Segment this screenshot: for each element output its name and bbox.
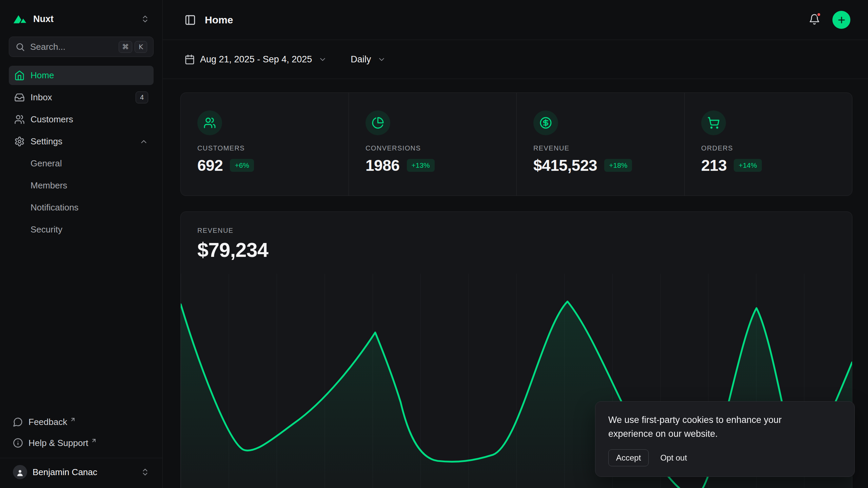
message-circle-icon bbox=[13, 417, 23, 427]
chevrons-up-down-icon bbox=[141, 468, 150, 476]
circle-dollar-icon bbox=[533, 110, 558, 135]
sidebar-item-settings[interactable]: Settings bbox=[9, 132, 154, 151]
chevron-down-icon bbox=[377, 55, 386, 64]
sidebar-item-security[interactable]: Security bbox=[9, 220, 154, 239]
stat-card-revenue[interactable]: REVENUE $415,523 +18% bbox=[516, 93, 684, 196]
stat-value: $415,523 bbox=[533, 156, 597, 175]
divider bbox=[0, 458, 162, 458]
chevron-up-icon bbox=[139, 137, 148, 146]
workspace-name: Nuxt bbox=[33, 14, 54, 24]
stat-card-conversions[interactable]: CONVERSIONS 1986 +13% bbox=[349, 93, 516, 196]
toolbar: Aug 21, 2025 - Sep 4, 2025 Daily bbox=[163, 40, 868, 79]
sidebar-item-inbox[interactable]: Inbox 4 bbox=[9, 88, 154, 107]
feedback-label: Feedback bbox=[28, 417, 67, 427]
home-icon bbox=[14, 70, 25, 81]
search-shortcut: ⌘ K bbox=[119, 41, 147, 53]
stat-delta-badge: +18% bbox=[604, 159, 632, 172]
sidebar-item-customers[interactable]: Customers bbox=[9, 110, 154, 129]
pie-chart-icon bbox=[366, 110, 390, 135]
avatar bbox=[13, 465, 27, 479]
sidebar-item-notifications[interactable]: Notifications bbox=[9, 198, 154, 217]
stats-row: CUSTOMERS 692 +6% CONVERSIONS 1986 +13% bbox=[180, 93, 852, 196]
chevrons-up-down-icon bbox=[141, 15, 150, 23]
stat-delta-badge: +13% bbox=[407, 159, 435, 172]
search-icon bbox=[15, 42, 25, 52]
cookie-optout-button[interactable]: Opt out bbox=[659, 450, 688, 466]
stat-value: 213 bbox=[701, 156, 727, 175]
feedback-link[interactable]: Feedback bbox=[9, 412, 154, 431]
stat-delta-badge: +14% bbox=[734, 159, 762, 172]
sidebar-item-members[interactable]: Members bbox=[9, 176, 154, 195]
topbar: Home bbox=[163, 0, 868, 40]
gear-icon bbox=[14, 136, 25, 147]
stat-label: ORDERS bbox=[701, 144, 852, 152]
chart-total-value: $79,234 bbox=[197, 239, 835, 262]
sidebar-item-general[interactable]: General bbox=[9, 154, 154, 173]
calendar-icon bbox=[184, 54, 195, 65]
stat-label: REVENUE bbox=[533, 144, 684, 152]
cookie-consent-toast: We use first-party cookies to enhance yo… bbox=[595, 401, 855, 477]
search-placeholder: Search... bbox=[30, 42, 65, 52]
help-support-label: Help & Support bbox=[28, 438, 88, 448]
search-input[interactable]: Search... ⌘ K bbox=[9, 37, 154, 57]
page-title: Home bbox=[205, 14, 233, 26]
topbar-actions bbox=[809, 11, 850, 29]
help-support-link[interactable]: Help & Support bbox=[9, 433, 154, 452]
stat-label: CUSTOMERS bbox=[197, 144, 349, 152]
workspace-switcher[interactable]: Nuxt bbox=[9, 9, 154, 29]
sidebar-toggle-button[interactable] bbox=[184, 14, 196, 26]
panel-left-icon bbox=[184, 14, 196, 26]
kbd-key: K bbox=[135, 41, 147, 53]
inbox-count-badge: 4 bbox=[136, 92, 148, 103]
add-button[interactable] bbox=[832, 11, 850, 29]
users-icon bbox=[197, 110, 222, 135]
sidebar-item-home[interactable]: Home bbox=[9, 66, 154, 85]
sidebar-item-label: Home bbox=[31, 70, 54, 81]
stat-delta-badge: +6% bbox=[230, 159, 254, 172]
kbd-meta: ⌘ bbox=[119, 41, 132, 53]
arrow-up-right-icon bbox=[70, 416, 76, 423]
granularity-select[interactable]: Daily bbox=[351, 54, 386, 65]
chevron-down-icon bbox=[318, 55, 327, 64]
cookie-message: We use first-party cookies to enhance yo… bbox=[608, 413, 808, 441]
sidebar-footer: Feedback Help & Support Benjamin Canac bbox=[9, 412, 154, 488]
sidebar-nav: Home Inbox 4 Customers Settings General … bbox=[9, 66, 154, 239]
stat-value: 1986 bbox=[366, 156, 400, 175]
sidebar-item-label: Inbox bbox=[31, 92, 52, 103]
stat-label: CONVERSIONS bbox=[366, 144, 516, 152]
user-menu[interactable]: Benjamin Canac bbox=[9, 460, 154, 488]
arrow-up-right-icon bbox=[91, 438, 97, 444]
inbox-icon bbox=[14, 92, 25, 103]
plus-icon bbox=[837, 15, 846, 25]
user-name: Benjamin Canac bbox=[33, 467, 97, 477]
sidebar: Nuxt Search... ⌘ K Home Inbox 4 bbox=[0, 0, 163, 488]
sidebar-item-label: Settings bbox=[31, 136, 62, 147]
sidebar-item-label: Customers bbox=[31, 114, 73, 125]
stat-card-customers[interactable]: CUSTOMERS 692 +6% bbox=[181, 93, 349, 196]
granularity-label: Daily bbox=[351, 54, 371, 65]
notification-dot bbox=[816, 12, 821, 17]
chart-title: REVENUE bbox=[197, 227, 835, 235]
cookie-accept-button[interactable]: Accept bbox=[608, 449, 649, 466]
users-icon bbox=[14, 114, 25, 125]
stat-value: 692 bbox=[197, 156, 223, 175]
date-range-label: Aug 21, 2025 - Sep 4, 2025 bbox=[200, 54, 312, 65]
stat-card-orders[interactable]: ORDERS 213 +14% bbox=[684, 93, 852, 196]
info-circle-icon bbox=[13, 438, 23, 448]
date-range-picker[interactable]: Aug 21, 2025 - Sep 4, 2025 bbox=[184, 54, 327, 65]
shopping-cart-icon bbox=[701, 110, 726, 135]
nuxt-logo-icon bbox=[13, 14, 28, 24]
